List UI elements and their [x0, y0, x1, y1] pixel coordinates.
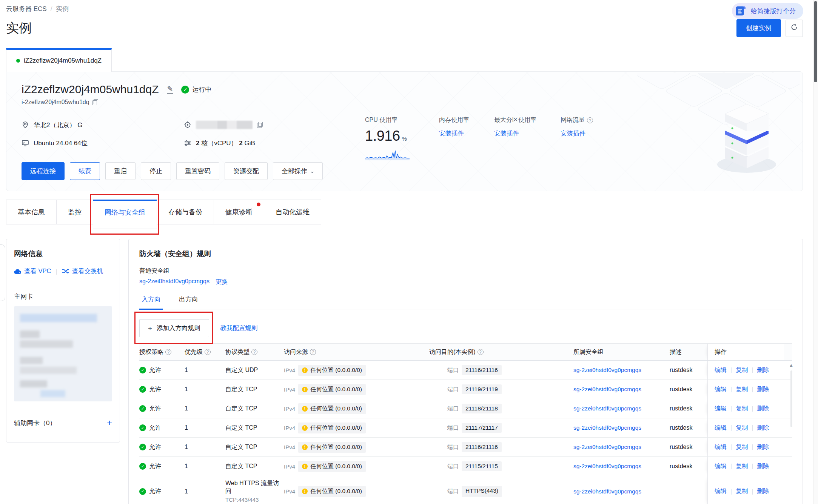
- priority-cell: 1: [185, 386, 225, 393]
- row-action-copy-link[interactable]: 复制: [736, 463, 748, 470]
- protocol-help-icon[interactable]: ?: [251, 349, 257, 355]
- firewall-panel: 防火墙（安全组）规则 普通安全组 sg-2zei0hstdf0vg0pcmgqs…: [128, 239, 803, 504]
- edit-name-icon[interactable]: ✎: [167, 85, 173, 94]
- table-scrollbar[interactable]: ▲: [789, 363, 793, 427]
- action-cell: 编辑|复制|删除: [707, 399, 784, 418]
- row-action-copy-link[interactable]: 复制: [736, 386, 748, 393]
- source-chip: !任何位置 (0.0.0.0/0): [298, 403, 366, 414]
- disk-usage-label: 最大分区使用率: [494, 116, 547, 124]
- tab-storage-backup[interactable]: 存储与备份: [157, 200, 214, 224]
- tab-network-security[interactable]: 网络与安全组: [93, 200, 157, 229]
- priority-help-icon[interactable]: ?: [205, 349, 211, 355]
- action-separator: |: [730, 386, 732, 393]
- stop-button[interactable]: 停止: [141, 162, 171, 180]
- scroll-up-icon[interactable]: ▲: [789, 363, 793, 367]
- action-separator: |: [752, 444, 753, 450]
- row-action-edit-link[interactable]: 编辑: [715, 443, 727, 451]
- sg-cell: sg-2zei0hstdf0vg0pcmgqs: [573, 386, 670, 393]
- port-value: 21116/21116: [465, 444, 498, 450]
- disk-install-plugin-link[interactable]: 安装插件: [494, 129, 519, 138]
- copy-ip-icon[interactable]: [257, 122, 263, 128]
- port-chip: 21116/21116: [462, 442, 502, 452]
- tab-health-diagnosis[interactable]: 健康诊断: [214, 200, 264, 224]
- row-action-edit-link[interactable]: 编辑: [715, 424, 727, 432]
- mem-install-plugin-link[interactable]: 安装插件: [439, 129, 464, 138]
- add-nic-icon[interactable]: +: [107, 418, 112, 427]
- row-action-copy-link[interactable]: 复制: [736, 424, 748, 432]
- config-help-link[interactable]: 教我配置规则: [220, 324, 258, 332]
- scrollbar-thumb[interactable]: [814, 1, 817, 82]
- sg-link[interactable]: sg-2zei0hstdf0vg0pcmgqs: [573, 386, 641, 393]
- port-prefix-label: 端口: [447, 424, 459, 432]
- secondary-nic-label: 辅助网卡（0）: [14, 419, 56, 427]
- port-value: 21117/21117: [465, 424, 498, 431]
- source-chip: !任何位置 (0.0.0.0/0): [298, 442, 366, 453]
- breadcrumb-ecs[interactable]: 云服务器 ECS: [6, 5, 47, 13]
- sg-id-link[interactable]: sg-2zei0hstdf0vg0pcmgqs: [139, 278, 210, 286]
- row-action-delete-link[interactable]: 删除: [757, 405, 769, 413]
- source-help-icon[interactable]: ?: [310, 349, 316, 355]
- row-action-edit-link[interactable]: 编辑: [715, 487, 727, 495]
- policy-help-icon[interactable]: ?: [165, 349, 171, 355]
- browser-scrollbar[interactable]: [813, 0, 818, 504]
- tab-automation-ops[interactable]: 自动化运维: [264, 200, 321, 224]
- sg-link[interactable]: sg-2zei0hstdf0vg0pcmgqs: [573, 444, 641, 450]
- rule-row: ✓允许1自定义 TCPIPv4!任何位置 (0.0.0.0/0)端口21116/…: [139, 438, 792, 457]
- sg-change-link[interactable]: 更换: [216, 278, 228, 286]
- instance-tab[interactable]: iZ2zeflzw20j4m05whu1dqZ: [6, 48, 112, 72]
- tab-inbound[interactable]: 入方向: [139, 294, 163, 310]
- all-actions-button[interactable]: 全部操作 ⌄: [273, 162, 323, 180]
- region-label: 华北2（北京） G: [34, 121, 82, 129]
- ip-version-label: IPv4: [284, 425, 295, 431]
- copy-id-icon[interactable]: [92, 99, 98, 105]
- add-inbound-rule-button[interactable]: + 添加入方向规则: [139, 319, 209, 337]
- row-action-delete-link[interactable]: 删除: [757, 487, 769, 495]
- action-separator: |: [752, 386, 753, 393]
- tab-monitoring[interactable]: 监控: [56, 200, 93, 224]
- reset-password-button[interactable]: 重置密码: [176, 162, 219, 180]
- row-action-copy-link[interactable]: 复制: [736, 366, 748, 374]
- port-prefix-label: 端口: [447, 463, 459, 470]
- desc-cell: rustdesk: [670, 424, 707, 431]
- remote-connect-button[interactable]: 远程连接: [22, 162, 65, 180]
- restart-button[interactable]: 重启: [105, 162, 136, 180]
- row-action-delete-link[interactable]: 删除: [757, 463, 769, 470]
- row-action-delete-link[interactable]: 删除: [757, 424, 769, 432]
- row-action-delete-link[interactable]: 删除: [757, 443, 769, 451]
- renew-button[interactable]: 续费: [70, 162, 100, 180]
- resource-change-button[interactable]: 资源变配: [225, 162, 268, 180]
- refresh-icon: [790, 23, 798, 31]
- action-separator: |: [730, 405, 732, 412]
- allow-check-icon: ✓: [139, 405, 146, 412]
- row-action-delete-link[interactable]: 删除: [757, 386, 769, 393]
- row-action-copy-link[interactable]: 复制: [736, 405, 748, 413]
- dest-help-icon[interactable]: ?: [478, 349, 484, 355]
- row-action-copy-link[interactable]: 复制: [736, 443, 748, 451]
- refresh-button[interactable]: [786, 20, 803, 37]
- view-vpc-link[interactable]: 查看 VPC: [14, 267, 51, 275]
- port-prefix-label: 端口: [447, 367, 459, 374]
- row-action-delete-link[interactable]: 删除: [757, 366, 769, 374]
- row-action-copy-link[interactable]: 复制: [736, 487, 748, 495]
- tab-outbound[interactable]: 出方向: [177, 294, 200, 309]
- sg-link[interactable]: sg-2zei0hstdf0vg0pcmgqs: [573, 488, 641, 495]
- sg-link[interactable]: sg-2zei0hstdf0vg0pcmgqs: [573, 463, 641, 470]
- sg-link[interactable]: sg-2zei0hstdf0vg0pcmgqs: [573, 405, 641, 412]
- instance-name: iZ2zeflzw20j4m05whu1dqZ: [22, 83, 159, 96]
- sg-link[interactable]: sg-2zei0hstdf0vg0pcmgqs: [573, 367, 641, 373]
- source-cell: IPv4!任何位置 (0.0.0.0/0): [284, 461, 429, 472]
- help-question-icon[interactable]: ?: [587, 117, 593, 123]
- create-instance-button[interactable]: 创建实例: [736, 19, 781, 37]
- view-switch-link[interactable]: 查看交换机: [62, 267, 103, 275]
- row-action-edit-link[interactable]: 编辑: [715, 405, 727, 413]
- rule-row: ✓允许1Web HTTPS 流量访问TCP:443/443IPv4!任何位置 (…: [139, 476, 792, 504]
- collapsed-panel-handle[interactable]: [0, 244, 5, 301]
- row-action-edit-link[interactable]: 编辑: [715, 463, 727, 470]
- net-install-plugin-link[interactable]: 安装插件: [561, 129, 585, 138]
- dest-cell: 端口21117/21117: [429, 423, 573, 433]
- row-action-edit-link[interactable]: 编辑: [715, 366, 727, 374]
- rate-badge[interactable]: 给简捷版打个分: [732, 3, 803, 19]
- tab-basic-info[interactable]: 基本信息: [6, 200, 57, 224]
- sg-link[interactable]: sg-2zei0hstdf0vg0pcmgqs: [573, 424, 641, 431]
- row-action-edit-link[interactable]: 编辑: [715, 386, 727, 393]
